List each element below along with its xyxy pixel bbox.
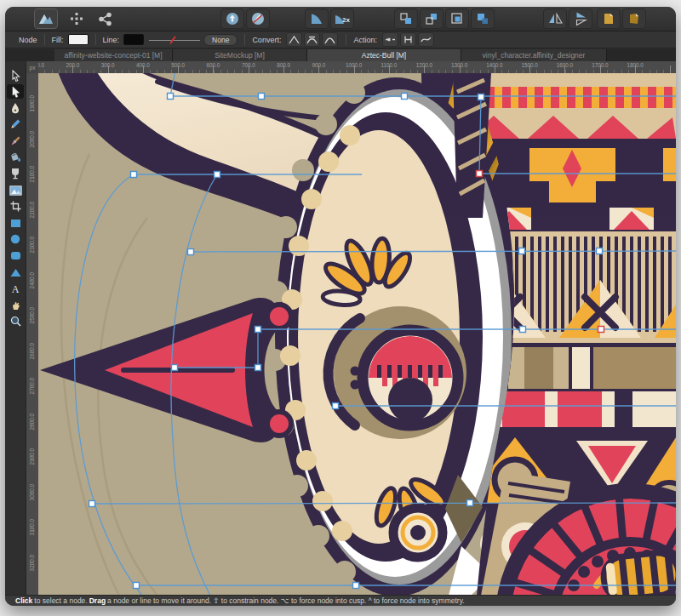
ruler-unit-box[interactable]: px <box>26 61 39 74</box>
zoom-icon <box>10 316 21 327</box>
text-icon: A <box>10 283 20 294</box>
fill-bucket-icon <box>9 151 21 163</box>
share-button[interactable] <box>94 9 116 28</box>
edit-badge-button[interactable] <box>246 9 270 29</box>
page-gold-button-2[interactable] <box>622 9 646 29</box>
hand-icon <box>10 299 21 311</box>
svg-text:A: A <box>12 283 20 294</box>
preview-corner-icon <box>310 12 323 26</box>
flip-horizontal-button[interactable] <box>543 9 567 29</box>
insert-inside-icon <box>450 12 464 26</box>
node-tool[interactable] <box>7 84 24 99</box>
snapping-grid-icon <box>70 12 83 26</box>
share-icon <box>98 12 112 26</box>
sharp-node-icon <box>289 35 300 44</box>
tools-panel: A <box>5 61 26 596</box>
preview-mode-button[interactable] <box>305 9 329 29</box>
action-close-button[interactable] <box>400 32 416 47</box>
pencil-icon <box>9 118 21 130</box>
node-cursor-icon <box>10 86 21 98</box>
rectangle-icon <box>10 219 21 228</box>
pupil <box>388 378 432 422</box>
tab-affinity-website-concept[interactable]: affinity-website-concept-01 [M] <box>54 49 173 61</box>
pen-nib-icon <box>10 102 20 114</box>
vertical-ruler-labels: 1900.02000.02100.02200.02300.02400.02500… <box>26 86 38 580</box>
brush-tool[interactable] <box>7 134 24 148</box>
status-text-2: a node or line to move it around. ⇧ to c… <box>107 596 465 605</box>
stroke-width-slider[interactable] <box>149 35 200 45</box>
divider <box>44 34 45 45</box>
rounded-rectangle-tool[interactable] <box>7 248 24 263</box>
vector-crop-tool[interactable] <box>7 199 24 214</box>
horizontal-ruler-labels: 100.0200.0300.0400.0500.0600.0700.0800.0… <box>38 61 653 69</box>
upload-badge-button[interactable] <box>220 9 244 29</box>
retina-preview-button[interactable]: 2x <box>330 9 354 29</box>
snapping-button[interactable] <box>66 9 88 28</box>
status-keyword-drag: Drag <box>89 596 106 605</box>
canvas-artwork[interactable] <box>38 73 676 596</box>
insert-in-front-icon <box>425 12 438 26</box>
convert-sharp-button[interactable] <box>286 32 302 47</box>
insert-behind-button[interactable] <box>394 9 418 29</box>
document-tabs: affinity-website-concept-01 [M] SiteMock… <box>5 49 676 61</box>
pen-tool[interactable] <box>7 101 24 116</box>
text-tool[interactable]: A <box>7 282 24 296</box>
place-image-tool[interactable] <box>7 183 24 197</box>
insert-inside-button[interactable] <box>445 9 469 29</box>
vertical-ruler[interactable]: 1900.02000.02100.02200.02300.02400.02500… <box>26 73 39 596</box>
rounded-rectangle-icon <box>10 251 21 260</box>
badge-upload-icon <box>225 11 240 26</box>
svg-text:2x: 2x <box>342 16 350 24</box>
triangle-icon <box>10 268 21 277</box>
smart-node-icon <box>324 35 335 44</box>
fill-tool[interactable] <box>7 150 24 164</box>
rectangle-tool[interactable] <box>7 216 24 231</box>
line-label: Line: <box>103 36 120 44</box>
action-smooth-button[interactable] <box>418 32 434 47</box>
hand-tool[interactable] <box>7 298 24 312</box>
insert-in-front-button[interactable] <box>420 9 444 29</box>
ellipse-icon <box>10 234 20 244</box>
zoom-tool[interactable] <box>7 314 24 328</box>
line-swatch[interactable] <box>123 34 144 45</box>
triangle-tool[interactable] <box>7 265 24 280</box>
context-toolbar: Node Fill: Line: None Convert: <box>5 31 676 48</box>
convert-smooth-button[interactable] <box>304 32 320 47</box>
pencil-tool[interactable] <box>7 117 24 132</box>
divider <box>95 34 96 45</box>
tab-aztec-bull[interactable]: Aztec-Bull [M] <box>307 49 461 61</box>
status-keyword-click: Click <box>15 596 32 605</box>
convert-smart-button[interactable] <box>322 32 338 47</box>
page-gold-button-1[interactable] <box>597 9 621 29</box>
close-curve-icon <box>403 35 414 44</box>
action-break-button[interactable] <box>382 32 398 47</box>
ellipse-tool[interactable] <box>7 232 24 247</box>
horizontal-ruler[interactable]: 100.0200.0300.0400.0500.0600.0700.0800.0… <box>38 61 676 74</box>
insert-behind-icon <box>399 12 413 26</box>
move-tool[interactable] <box>7 68 24 83</box>
action-label: Action: <box>353 36 377 44</box>
fill-swatch[interactable] <box>68 34 89 45</box>
page-gold-icon <box>602 12 615 26</box>
app-logo-button[interactable] <box>34 9 58 29</box>
smooth-node-icon <box>306 35 318 44</box>
break-curve-icon <box>385 35 396 44</box>
flip-horizontal-icon <box>548 12 563 26</box>
page-gold-dark-icon <box>627 12 641 26</box>
stroke-none-button[interactable]: None <box>203 34 237 46</box>
smooth-curve-icon <box>421 35 432 44</box>
top-toolbar: 2x <box>5 7 676 31</box>
divider <box>244 34 245 45</box>
insert-replace-button[interactable] <box>471 9 495 29</box>
flip-vertical-button[interactable] <box>569 9 592 29</box>
status-bar: Click to select a node. Drag a node or l… <box>5 595 676 606</box>
canvas-viewport[interactable] <box>38 73 676 596</box>
flip-vertical-icon <box>574 12 588 26</box>
fill-label: Fill: <box>52 36 64 44</box>
transparency-tool[interactable] <box>7 167 24 181</box>
tab-sitemockup[interactable]: SiteMockup [M] <box>173 49 307 61</box>
insert-replace-icon <box>476 12 489 26</box>
badge-edit-icon <box>250 11 266 26</box>
tab-vinyl-character[interactable]: vinyl_character.affinity_designer <box>461 49 607 61</box>
transparency-icon <box>10 168 20 180</box>
